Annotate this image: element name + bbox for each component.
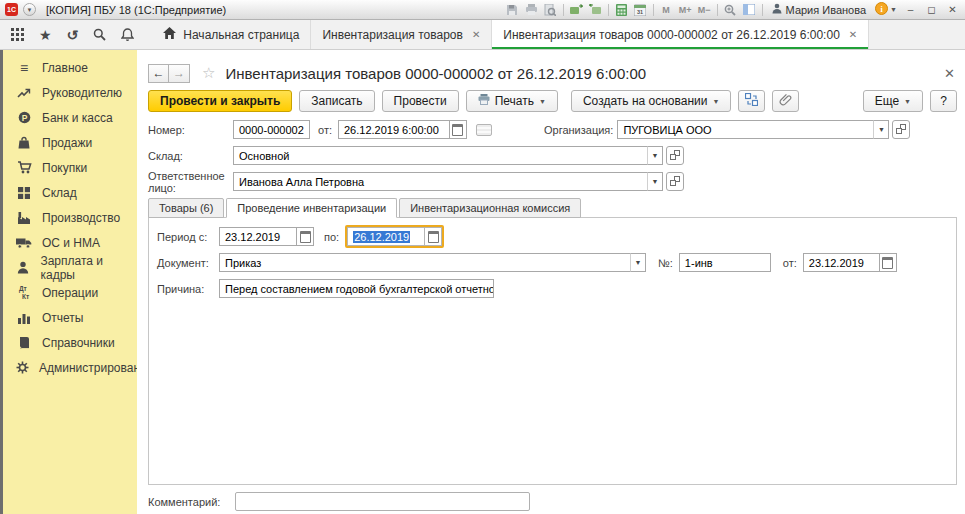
close-form-icon[interactable]: ✕ <box>944 66 955 81</box>
tab-inventory-list[interactable]: Инвентаризация товаров ✕ <box>311 20 492 49</box>
sidebar-item-purchases[interactable]: Покупки <box>3 155 137 180</box>
memory-button[interactable]: M <box>660 3 673 17</box>
application-window: 1С ▼ [КОПИЯ] ПБУ 18 (1С:Предприятие) 31 … <box>0 0 965 514</box>
columns-icon[interactable] <box>743 3 756 17</box>
date-field[interactable]: 26.12.2019 6:00:00 <box>338 120 450 139</box>
organization-dropdown-button[interactable]: ▼ <box>873 120 889 139</box>
more-button[interactable]: Еще ▼ <box>863 90 923 112</box>
minimize-button[interactable]: – <box>903 3 918 17</box>
sidebar-item-label: Отчеты <box>42 311 83 325</box>
warehouse-field[interactable]: Основной <box>233 146 648 165</box>
favorite-star-icon[interactable]: ☆ <box>202 64 215 82</box>
doc-number-label: №: <box>658 257 673 269</box>
dtkt-icon: ДтКт <box>16 285 32 299</box>
system-menu-button[interactable]: ▼ <box>23 3 36 16</box>
sidebar-item-label: Покупки <box>42 161 87 175</box>
sidebar-item-sales[interactable]: Продажи <box>3 130 137 155</box>
calendar-icon[interactable]: 31 <box>634 3 647 17</box>
tab-commission[interactable]: Инвентаризационная комиссия <box>399 198 581 218</box>
search-icon[interactable] <box>93 28 106 41</box>
current-user-button[interactable]: Мария Иванова <box>769 3 869 16</box>
organization-open-button[interactable] <box>892 120 910 139</box>
app-menu-icon[interactable] <box>11 28 24 41</box>
period-from-field[interactable]: 23.12.2019 <box>219 227 297 246</box>
warehouse-dropdown-button[interactable]: ▼ <box>647 146 663 165</box>
doc-date-calendar-button[interactable] <box>879 253 897 272</box>
svg-text:P: P <box>21 113 27 123</box>
number-label: Номер: <box>148 124 233 136</box>
document-structure-button[interactable] <box>738 90 765 112</box>
close-window-button[interactable]: ✕ <box>945 3 960 17</box>
responsible-dropdown-button[interactable]: ▼ <box>647 172 663 191</box>
print-icon[interactable] <box>525 3 538 17</box>
print-menu-button[interactable]: Печать ▼ <box>466 90 558 112</box>
zoom-icon[interactable] <box>724 3 737 17</box>
calendar-icon <box>452 124 463 136</box>
period-to-calendar-button[interactable] <box>424 227 442 246</box>
doc-number-field[interactable]: 1-инв <box>679 253 771 272</box>
memory-minus-button[interactable]: M− <box>698 3 711 17</box>
close-tab-icon[interactable]: ✕ <box>849 29 857 40</box>
chevron-down-icon: ▼ <box>904 98 911 105</box>
save-icon[interactable] <box>506 3 519 17</box>
help-button[interactable]: ? <box>930 90 957 112</box>
document-dropdown-button[interactable]: ▼ <box>630 253 646 272</box>
go-link-icon[interactable] <box>589 3 602 17</box>
sidebar-item-administration[interactable]: Администрирование <box>3 355 137 380</box>
calendar-icon <box>300 231 311 243</box>
warehouse-open-button[interactable] <box>666 146 684 165</box>
sidebar-item-fixed-assets[interactable]: ОС и НМА <box>3 230 137 255</box>
reason-field[interactable]: Перед составлением годовой бухгалтерской… <box>219 279 494 298</box>
maximize-button[interactable]: ◻ <box>924 3 939 17</box>
document-field[interactable]: Приказ <box>219 253 631 272</box>
comment-field[interactable] <box>235 492 530 511</box>
notifications-bell-icon[interactable] <box>121 28 134 41</box>
period-from-calendar-button[interactable] <box>296 227 314 246</box>
date-calendar-button[interactable] <box>449 120 467 139</box>
responsible-field[interactable]: Иванова Алла Петровна <box>233 172 648 191</box>
sidebar-item-reports[interactable]: Отчеты <box>3 305 137 330</box>
print-preview-icon[interactable] <box>544 3 557 17</box>
tab-strip: ★ ↺ Начальная страница Инвентаризация то… <box>0 20 965 50</box>
tab-inventory-document[interactable]: Инвентаризация товаров 0000-000002 от 26… <box>492 20 869 49</box>
tab-goods[interactable]: Товары (6) <box>148 198 224 218</box>
sidebar-item-production[interactable]: Производство <box>3 205 137 230</box>
sidebar-item-directories[interactable]: Справочники <box>3 330 137 355</box>
sidebar-item-manager[interactable]: Руководителю <box>3 80 137 105</box>
sidebar-item-label: Производство <box>42 211 120 225</box>
favorites-icon[interactable]: ★ <box>39 27 52 43</box>
button-label: Еще <box>875 94 899 108</box>
forward-button[interactable]: → <box>169 64 190 83</box>
tab-carrying-out[interactable]: Проведение инвентаризации <box>226 198 397 218</box>
sidebar-item-warehouse[interactable]: Склад <box>3 180 137 205</box>
number-field[interactable]: 0000-000002 <box>233 120 310 139</box>
info-button[interactable]: i ▼ <box>875 2 897 17</box>
create-on-basis-button[interactable]: Создать на основании ▼ <box>571 90 731 112</box>
memory-plus-button[interactable]: M+ <box>679 3 692 17</box>
user-icon <box>772 3 782 16</box>
period-to-field[interactable]: 26.12.2019 <box>347 227 425 246</box>
attachments-button[interactable] <box>772 90 799 112</box>
sidebar-item-main[interactable]: ≡Главное <box>3 55 137 80</box>
sidebar-item-bank-cash[interactable]: PБанк и касса <box>3 105 137 130</box>
get-link-icon[interactable] <box>570 3 583 17</box>
close-tab-icon[interactable]: ✕ <box>472 29 480 40</box>
post-button[interactable]: Провести <box>382 90 459 112</box>
sidebar-item-label: Склад <box>42 186 77 200</box>
tab-home[interactable]: Начальная страница <box>152 20 311 49</box>
write-button[interactable]: Записать <box>299 90 374 112</box>
doc-date-field[interactable]: 23.12.2019 <box>803 253 880 272</box>
sidebar-item-label: Продажи <box>42 136 92 150</box>
button-label: Провести <box>394 94 447 108</box>
history-icon[interactable]: ↺ <box>67 27 79 43</box>
post-and-close-button[interactable]: Провести и закрыть <box>148 90 292 112</box>
organization-field[interactable]: ПУГОВИЦА ООО <box>617 120 874 139</box>
sidebar-item-operations[interactable]: ДтКтОперации <box>3 280 137 305</box>
schedule-icon[interactable] <box>476 124 492 136</box>
sidebar-item-salary-hr[interactable]: Зарплата и кадры <box>3 255 137 280</box>
responsible-open-button[interactable] <box>666 172 684 191</box>
calculator-icon[interactable] <box>615 3 628 17</box>
sidebar-item-label: Банк и касса <box>42 111 113 125</box>
sidebar-item-label: Операции <box>42 286 98 300</box>
back-button[interactable]: ← <box>148 64 169 83</box>
